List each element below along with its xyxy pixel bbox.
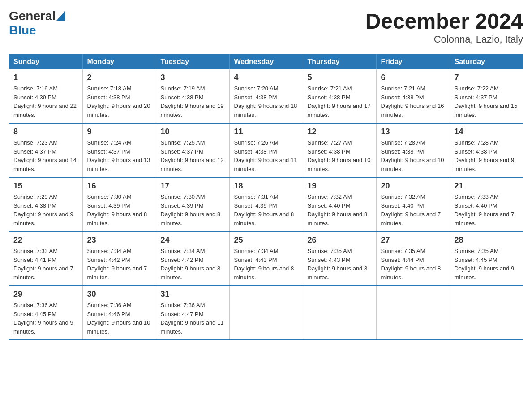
day-number: 15 [13, 181, 78, 191]
table-row [229, 286, 303, 340]
day-number: 23 [87, 235, 151, 245]
table-row: 26 Sunrise: 7:35 AMSunset: 4:43 PMDaylig… [303, 231, 376, 286]
svg-marker-0 [56, 11, 65, 21]
table-row: 14 Sunrise: 7:28 AMSunset: 4:38 PMDaylig… [450, 123, 523, 177]
calendar-week-row: 15 Sunrise: 7:29 AMSunset: 4:38 PMDaylig… [9, 177, 523, 231]
title-block: December 2024 Colonna, Lazio, Italy [365, 9, 523, 45]
table-row: 17 Sunrise: 7:30 AMSunset: 4:39 PMDaylig… [156, 177, 229, 231]
day-info: Sunrise: 7:28 AMSunset: 4:38 PMDaylight:… [455, 139, 515, 172]
table-row: 10 Sunrise: 7:25 AMSunset: 4:37 PMDaylig… [156, 123, 229, 177]
table-row: 12 Sunrise: 7:27 AMSunset: 4:38 PMDaylig… [303, 123, 376, 177]
day-info: Sunrise: 7:23 AMSunset: 4:37 PMDaylight:… [13, 139, 77, 172]
col-sunday: Sunday [9, 54, 82, 69]
day-number: 7 [455, 73, 519, 82]
day-info: Sunrise: 7:33 AMSunset: 4:40 PMDaylight:… [455, 193, 515, 227]
table-row: 15 Sunrise: 7:29 AMSunset: 4:38 PMDaylig… [9, 177, 82, 231]
calendar-subtitle: Colonna, Lazio, Italy [365, 34, 523, 45]
day-info: Sunrise: 7:32 AMSunset: 4:40 PMDaylight:… [381, 193, 441, 227]
day-info: Sunrise: 7:30 AMSunset: 4:39 PMDaylight:… [161, 193, 221, 227]
day-number: 19 [308, 181, 372, 191]
table-row: 2 Sunrise: 7:18 AMSunset: 4:38 PMDayligh… [82, 69, 156, 123]
day-number: 4 [234, 73, 298, 82]
day-info: Sunrise: 7:35 AMSunset: 4:43 PMDaylight:… [308, 248, 368, 281]
table-row: 5 Sunrise: 7:21 AMSunset: 4:38 PMDayligh… [303, 69, 376, 123]
day-number: 30 [87, 290, 151, 299]
day-number: 9 [87, 127, 151, 137]
day-number: 29 [13, 290, 78, 299]
day-number: 26 [308, 235, 372, 245]
day-info: Sunrise: 7:32 AMSunset: 4:40 PMDaylight:… [308, 193, 368, 227]
table-row: 27 Sunrise: 7:35 AMSunset: 4:44 PMDaylig… [376, 231, 450, 286]
col-wednesday: Wednesday [229, 54, 303, 69]
day-info: Sunrise: 7:21 AMSunset: 4:38 PMDaylight:… [381, 85, 444, 118]
table-row: 13 Sunrise: 7:28 AMSunset: 4:38 PMDaylig… [376, 123, 450, 177]
table-row: 28 Sunrise: 7:35 AMSunset: 4:45 PMDaylig… [450, 231, 523, 286]
table-row: 4 Sunrise: 7:20 AMSunset: 4:38 PMDayligh… [229, 69, 303, 123]
day-number: 22 [13, 235, 78, 245]
day-info: Sunrise: 7:27 AMSunset: 4:38 PMDaylight:… [308, 139, 371, 172]
calendar-header-row: Sunday Monday Tuesday Wednesday Thursday… [9, 54, 523, 69]
logo-blue: Blue [9, 23, 36, 37]
calendar-title: December 2024 [365, 9, 523, 34]
day-info: Sunrise: 7:22 AMSunset: 4:37 PMDaylight:… [455, 85, 518, 118]
day-info: Sunrise: 7:36 AMSunset: 4:45 PMDaylight:… [13, 302, 73, 335]
day-number: 6 [381, 73, 445, 82]
day-number: 14 [455, 127, 519, 137]
col-thursday: Thursday [303, 54, 376, 69]
day-info: Sunrise: 7:25 AMSunset: 4:37 PMDaylight:… [161, 139, 224, 172]
day-number: 27 [381, 235, 445, 245]
calendar-week-row: 22 Sunrise: 7:33 AMSunset: 4:41 PMDaylig… [9, 231, 523, 286]
day-number: 12 [308, 127, 372, 137]
day-number: 1 [13, 73, 78, 82]
table-row: 16 Sunrise: 7:30 AMSunset: 4:39 PMDaylig… [82, 177, 156, 231]
table-row: 9 Sunrise: 7:24 AMSunset: 4:37 PMDayligh… [82, 123, 156, 177]
col-tuesday: Tuesday [156, 54, 229, 69]
day-number: 5 [308, 73, 372, 82]
day-info: Sunrise: 7:34 AMSunset: 4:42 PMDaylight:… [161, 248, 221, 281]
day-info: Sunrise: 7:31 AMSunset: 4:39 PMDaylight:… [234, 193, 294, 227]
day-number: 24 [161, 235, 225, 245]
col-monday: Monday [82, 54, 156, 69]
day-info: Sunrise: 7:16 AMSunset: 4:39 PMDaylight:… [13, 85, 77, 118]
day-info: Sunrise: 7:24 AMSunset: 4:37 PMDaylight:… [87, 139, 150, 172]
day-info: Sunrise: 7:34 AMSunset: 4:42 PMDaylight:… [87, 248, 147, 281]
logo-general: General [9, 9, 56, 23]
logo-triangle-icon [56, 11, 65, 21]
table-row: 29 Sunrise: 7:36 AMSunset: 4:45 PMDaylig… [9, 286, 82, 340]
col-saturday: Saturday [450, 54, 523, 69]
day-number: 10 [161, 127, 225, 137]
col-friday: Friday [376, 54, 450, 69]
logo: General Blue [9, 9, 65, 38]
day-info: Sunrise: 7:35 AMSunset: 4:44 PMDaylight:… [381, 248, 441, 281]
table-row [450, 286, 523, 340]
day-number: 16 [87, 181, 151, 191]
day-info: Sunrise: 7:29 AMSunset: 4:38 PMDaylight:… [13, 193, 73, 227]
day-number: 31 [161, 290, 225, 299]
day-info: Sunrise: 7:28 AMSunset: 4:38 PMDaylight:… [381, 139, 444, 172]
day-info: Sunrise: 7:33 AMSunset: 4:41 PMDaylight:… [13, 248, 73, 281]
day-info: Sunrise: 7:30 AMSunset: 4:39 PMDaylight:… [87, 193, 147, 227]
day-info: Sunrise: 7:20 AMSunset: 4:38 PMDaylight:… [234, 85, 297, 118]
calendar-week-row: 29 Sunrise: 7:36 AMSunset: 4:45 PMDaylig… [9, 286, 523, 340]
day-number: 21 [455, 181, 519, 191]
day-number: 13 [381, 127, 445, 137]
table-row: 7 Sunrise: 7:22 AMSunset: 4:37 PMDayligh… [450, 69, 523, 123]
table-row: 3 Sunrise: 7:19 AMSunset: 4:38 PMDayligh… [156, 69, 229, 123]
day-info: Sunrise: 7:19 AMSunset: 4:38 PMDaylight:… [161, 85, 224, 118]
day-info: Sunrise: 7:21 AMSunset: 4:38 PMDaylight:… [308, 85, 371, 118]
table-row: 11 Sunrise: 7:26 AMSunset: 4:38 PMDaylig… [229, 123, 303, 177]
table-row: 6 Sunrise: 7:21 AMSunset: 4:38 PMDayligh… [376, 69, 450, 123]
day-number: 17 [161, 181, 225, 191]
table-row: 21 Sunrise: 7:33 AMSunset: 4:40 PMDaylig… [450, 177, 523, 231]
day-info: Sunrise: 7:35 AMSunset: 4:45 PMDaylight:… [455, 248, 515, 281]
table-row: 24 Sunrise: 7:34 AMSunset: 4:42 PMDaylig… [156, 231, 229, 286]
table-row: 23 Sunrise: 7:34 AMSunset: 4:42 PMDaylig… [82, 231, 156, 286]
calendar-week-row: 8 Sunrise: 7:23 AMSunset: 4:37 PMDayligh… [9, 123, 523, 177]
table-row [376, 286, 450, 340]
day-info: Sunrise: 7:18 AMSunset: 4:38 PMDaylight:… [87, 85, 150, 118]
day-number: 11 [234, 127, 298, 137]
day-number: 28 [455, 235, 519, 245]
table-row: 30 Sunrise: 7:36 AMSunset: 4:46 PMDaylig… [82, 286, 156, 340]
day-info: Sunrise: 7:36 AMSunset: 4:46 PMDaylight:… [87, 302, 150, 335]
calendar-table: Sunday Monday Tuesday Wednesday Thursday… [9, 54, 523, 340]
